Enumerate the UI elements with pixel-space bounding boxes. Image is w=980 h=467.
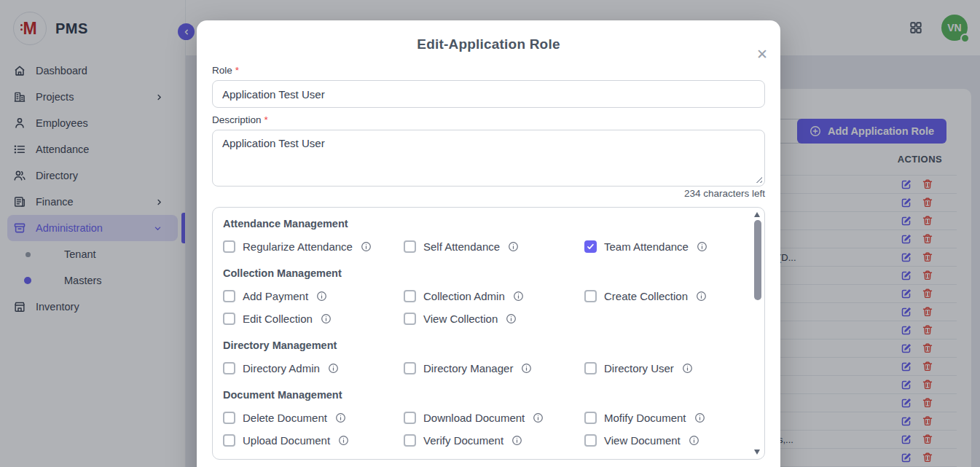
characters-left-counter: 234 characters left: [212, 189, 765, 199]
permission-label: Directory Manager: [423, 362, 513, 374]
permissions-grid: Regularize AttendanceSelf AttendanceTeam…: [223, 238, 742, 254]
permission-label: Directory User: [604, 362, 674, 374]
scroll-down-arrow-icon[interactable]: [754, 450, 760, 455]
modal-title: Edit-Application Role: [197, 20, 780, 52]
role-label: Role*: [212, 66, 765, 76]
permission-section-collection-management: Collection ManagementAdd PaymentCollecti…: [223, 267, 742, 326]
checkbox-self-attendance[interactable]: [404, 240, 416, 253]
info-icon[interactable]: [682, 363, 693, 374]
role-input[interactable]: [212, 80, 765, 108]
info-icon[interactable]: [316, 291, 327, 302]
info-icon[interactable]: [338, 435, 349, 446]
info-icon[interactable]: [513, 291, 524, 302]
checkbox-edit-collection[interactable]: [223, 313, 235, 325]
checkbox-delete-document[interactable]: [223, 412, 235, 424]
permissions-grid: Add PaymentCollection AdminCreate Collec…: [223, 288, 742, 326]
checkbox-verify-document[interactable]: [404, 434, 416, 447]
permission-label: Self Attendance: [423, 240, 500, 253]
required-asterisk: *: [264, 114, 268, 125]
permission-section-attendance-management: Attendance ManagementRegularize Attendan…: [223, 218, 742, 254]
permission-item-upload-document[interactable]: Upload Document: [223, 432, 404, 448]
checkbox-directory-user[interactable]: [584, 362, 597, 374]
section-title: Document Management: [223, 389, 742, 401]
close-icon[interactable]: ✕: [756, 47, 768, 61]
permission-item-create-collection[interactable]: Create Collection: [584, 288, 742, 304]
checkbox-view-collection[interactable]: [404, 313, 416, 325]
description-field-wrap: Application Test User: [212, 130, 765, 187]
info-icon[interactable]: [361, 241, 372, 252]
permission-label: Upload Document: [243, 434, 330, 447]
permission-item-add-payment[interactable]: Add Payment: [223, 288, 404, 304]
permission-item-view-collection[interactable]: View Collection: [404, 310, 584, 326]
checkbox-download-document[interactable]: [404, 412, 416, 424]
scroll-up-arrow-icon[interactable]: [754, 212, 760, 217]
permission-item-directory-user[interactable]: Directory User: [584, 360, 742, 376]
permission-label: Directory Admin: [243, 362, 320, 374]
scrollbar-thumb[interactable]: [754, 220, 761, 300]
permissions-scrollbar[interactable]: [753, 210, 762, 457]
permission-label: Collection Admin: [423, 290, 505, 302]
permission-item-directory-manager[interactable]: Directory Manager: [404, 360, 584, 376]
info-icon[interactable]: [696, 291, 707, 302]
description-textarea[interactable]: Application Test User: [212, 130, 765, 187]
permission-section-document-management: Document ManagementDelete DocumentDownlo…: [223, 389, 742, 448]
info-icon[interactable]: [697, 241, 707, 252]
info-icon[interactable]: [511, 435, 522, 446]
section-title: Directory Management: [223, 340, 742, 352]
permissions-grid: Directory AdminDirectory ManagerDirector…: [223, 360, 742, 376]
permission-item-edit-collection[interactable]: Edit Collection: [223, 310, 404, 326]
checkbox-add-payment[interactable]: [223, 290, 235, 302]
checkbox-regularize-attendance[interactable]: [223, 240, 235, 253]
permission-label: Team Attendance: [604, 240, 689, 253]
permission-label: Regularize Attendance: [243, 240, 353, 253]
description-label: Description*: [212, 115, 765, 125]
permission-section-directory-management: Directory ManagementDirectory AdminDirec…: [223, 340, 742, 376]
permissions-sections: Attendance ManagementRegularize Attendan…: [223, 218, 742, 448]
permission-label: Delete Document: [243, 412, 327, 424]
info-icon[interactable]: [328, 363, 339, 374]
info-icon[interactable]: [335, 412, 346, 423]
permission-item-team-attendance[interactable]: Team Attendance: [584, 238, 742, 254]
permission-label: View Document: [604, 434, 681, 447]
info-icon[interactable]: [508, 241, 519, 252]
permission-item-mofify-document[interactable]: Mofify Document: [584, 409, 742, 425]
permissions-grid: Delete DocumentDownload DocumentMofify D…: [223, 409, 742, 448]
permission-item-regularize-attendance[interactable]: Regularize Attendance: [223, 238, 404, 254]
permission-label: Download Document: [423, 412, 525, 424]
permission-label: Add Payment: [243, 290, 308, 302]
checkbox-directory-admin[interactable]: [223, 362, 235, 374]
permission-item-view-document[interactable]: View Document: [584, 432, 742, 448]
permission-label: Edit Collection: [243, 313, 313, 325]
permission-item-verify-document[interactable]: Verify Document: [404, 432, 584, 448]
edit-application-role-modal: Edit-Application Role ✕ Role* Descriptio…: [197, 20, 780, 467]
checkbox-mofify-document[interactable]: [584, 412, 597, 424]
permission-label: Create Collection: [604, 290, 688, 302]
permission-item-directory-admin[interactable]: Directory Admin: [223, 360, 404, 376]
checkbox-directory-manager[interactable]: [404, 362, 416, 374]
permission-label: Mofify Document: [604, 412, 686, 424]
checkbox-upload-document[interactable]: [223, 434, 235, 447]
permission-label: Verify Document: [423, 434, 503, 447]
info-icon[interactable]: [321, 313, 332, 324]
info-icon[interactable]: [694, 412, 705, 423]
permission-item-self-attendance[interactable]: Self Attendance: [404, 238, 584, 254]
info-icon[interactable]: [506, 313, 517, 324]
info-icon[interactable]: [533, 412, 544, 423]
section-title: Collection Management: [223, 267, 742, 280]
info-icon[interactable]: [689, 435, 699, 446]
permission-item-download-document[interactable]: Download Document: [404, 409, 584, 425]
modal-body: Role* Description* Application Test User…: [197, 66, 780, 460]
permission-item-collection-admin[interactable]: Collection Admin: [404, 288, 584, 304]
info-icon[interactable]: [521, 363, 532, 374]
checkbox-team-attendance[interactable]: [584, 240, 597, 253]
checkbox-create-collection[interactable]: [584, 290, 597, 302]
permissions-box: Attendance ManagementRegularize Attendan…: [212, 207, 765, 460]
permission-item-delete-document[interactable]: Delete Document: [223, 409, 404, 425]
section-title: Attendance Management: [223, 218, 742, 230]
permission-label: View Collection: [423, 313, 498, 325]
checkbox-view-document[interactable]: [584, 434, 597, 447]
checkbox-collection-admin[interactable]: [404, 290, 416, 302]
required-asterisk: *: [235, 65, 239, 76]
